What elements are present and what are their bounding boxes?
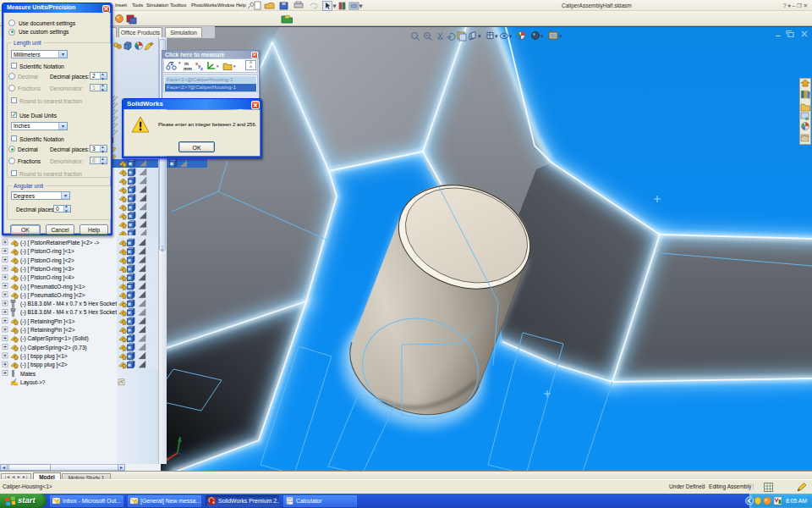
svg-text:Mates: Mates xyxy=(20,371,36,377)
svg-text:▾: ▾ xyxy=(495,33,498,39)
svg-text:(-) [ RetainingPin ]<2>: (-) [ RetainingPin ]<2> xyxy=(20,327,75,334)
svg-text:(-) [ PistonO-ring ]<1>: (-) [ PistonO-ring ]<1> xyxy=(20,248,74,255)
svg-text:(-) [ bspp plug ]<1>: (-) [ bspp plug ]<1> xyxy=(20,353,68,360)
svg-text:mm: mm xyxy=(184,66,192,71)
svg-text:(-) CaliperSpring<1> (Solid): (-) CaliperSpring<1> (Solid) xyxy=(20,335,89,342)
svg-text:(-) [ PistonRetainerPlate ]<2>: (-) [ PistonRetainerPlate ]<2> -> xyxy=(20,240,99,246)
svg-text:(-) [ PistonO-ring ]<2>: (-) [ PistonO-ring ]<2> xyxy=(20,257,74,264)
svg-text:(-) CaliperSpring<2> (0.73): (-) CaliperSpring<2> (0.73) xyxy=(20,345,87,351)
svg-text:▾: ▾ xyxy=(233,64,236,69)
svg-text:(-) [ bspp plug ]<2>: (-) [ bspp plug ]<2> xyxy=(20,362,68,368)
svg-text:(-) [ PneumaticO-ring ]<2>: (-) [ PneumaticO-ring ]<2> xyxy=(20,292,85,299)
svg-text:▾: ▾ xyxy=(559,33,562,39)
svg-text:(-) B18.3.6M - M4 x 0.7 x 5 He: (-) B18.3.6M - M4 x 0.7 x 5 Hex Socket T xyxy=(20,301,122,307)
svg-text:▾: ▾ xyxy=(217,64,219,69)
svg-text:z: z xyxy=(200,66,203,71)
svg-text:▾: ▾ xyxy=(359,3,362,8)
svg-text:(-) [ PistonO-ring ]<4>: (-) [ PistonO-ring ]<4> xyxy=(20,274,74,281)
svg-text:(-) [ RetainingPin ]<1>: (-) [ RetainingPin ]<1> xyxy=(20,318,75,325)
svg-text:✍: ✍ xyxy=(10,378,19,386)
svg-text:Layout->?: Layout->? xyxy=(20,379,46,386)
svg-text:▾: ▾ xyxy=(333,3,336,8)
svg-text:(-) [ PistonO-ring ]<3>: (-) [ PistonO-ring ]<3> xyxy=(20,266,74,273)
svg-text:▾: ▾ xyxy=(509,33,513,39)
svg-text:(-) B18.3.6M - M4 x 0.7 x 5 He: (-) B18.3.6M - M4 x 0.7 x 5 Hex Socket T xyxy=(20,309,122,316)
svg-text:▾: ▾ xyxy=(478,33,481,39)
svg-text:(-) [ PneumaticO-ring ]<1>: (-) [ PneumaticO-ring ]<1> xyxy=(20,284,85,290)
svg-text:▾: ▾ xyxy=(540,33,544,39)
svg-text:▾: ▾ xyxy=(178,60,181,65)
